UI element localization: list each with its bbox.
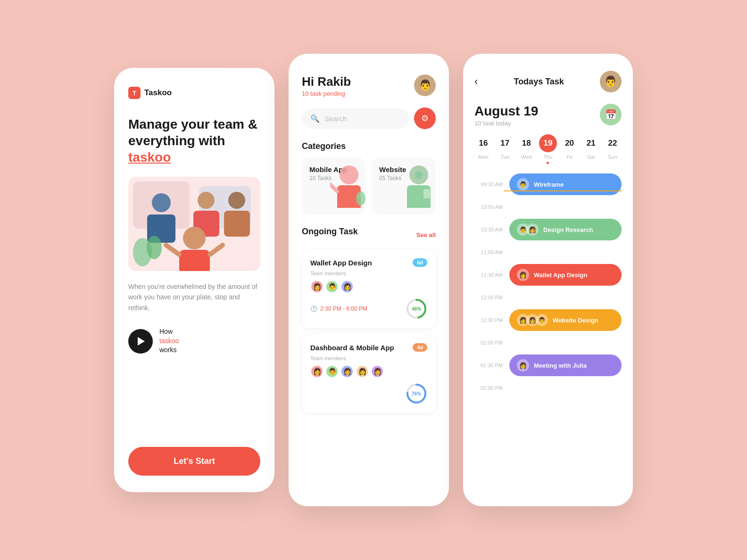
event-wallet[interactable]: 👩 Wallet App Design bbox=[509, 264, 622, 286]
timeslot-1030: 10:30 AM 👨 👩 Design Research bbox=[474, 219, 622, 240]
progress-label-2: 76% bbox=[406, 383, 427, 404]
categories-grid: Mobile App 10 Tasks Website 05 Tasks bbox=[302, 158, 436, 214]
svg-rect-12 bbox=[179, 250, 210, 271]
cal-day-label-21: Sat bbox=[587, 154, 595, 160]
screen2-dashboard: Hi Rakib 10 task pending 👨 🔍 Search ⚙ Ca… bbox=[289, 54, 449, 506]
time-1000: 10:00 AM bbox=[474, 204, 503, 210]
team-label-2: Team members bbox=[310, 355, 427, 361]
date-section: August 19 10 task today 📅 bbox=[474, 104, 622, 127]
task-card-wallet[interactable]: Wallet App Design 6d Team members 👩 👨 👩 … bbox=[302, 250, 436, 328]
cal-day-label-17: Tue bbox=[500, 154, 509, 160]
cal-day-num-21: 21 bbox=[582, 134, 600, 152]
calendar-strip: 16 Mon 17 Tue 18 Wed 19 Thu 20 Fri 21 bbox=[474, 134, 622, 164]
svg-point-15 bbox=[340, 165, 358, 184]
member-avatar: 👩 bbox=[371, 365, 384, 378]
screen1-landing: T Taskoo Manage your team & everything w… bbox=[114, 68, 274, 492]
svg-rect-22 bbox=[423, 189, 430, 198]
timeslot-1330: 01:30 PM 👩 Meeting with Julia bbox=[474, 354, 622, 376]
task-badge-2: 4d bbox=[413, 343, 427, 352]
cal-day-22[interactable]: 22 Sun bbox=[604, 134, 622, 164]
play-button[interactable] bbox=[128, 329, 153, 354]
time-1200: 12:00 PM bbox=[474, 295, 503, 300]
member-avatar: 👨 bbox=[325, 280, 339, 293]
search-placeholder: Search bbox=[324, 115, 347, 123]
cal-day-16[interactable]: 16 Mon bbox=[474, 134, 492, 164]
cal-day-num-19: 19 bbox=[539, 134, 557, 152]
event-meeting-julia[interactable]: 👩 Meeting with Julia bbox=[509, 354, 622, 376]
cal-day-21[interactable]: 21 Sat bbox=[582, 134, 600, 164]
greeting-pending: 10 task pending bbox=[302, 90, 351, 97]
category-card-website[interactable]: Website 05 Tasks bbox=[372, 158, 436, 214]
tasks-today: 10 task today bbox=[474, 120, 538, 127]
cal-day-20[interactable]: 20 Fri bbox=[561, 134, 579, 164]
progress-line bbox=[504, 190, 622, 191]
cal-day-num-17: 17 bbox=[496, 134, 514, 152]
event-avatars-wd: 👩 👩 👨 bbox=[517, 314, 548, 326]
member-avatar: 👩 bbox=[340, 365, 354, 378]
user-avatar[interactable]: 👨 bbox=[414, 74, 436, 96]
task-card-dashboard[interactable]: Dashboard & Mobile App 4d Team members 👩… bbox=[302, 335, 436, 413]
task-name-2: Dashboard & Mobile App bbox=[310, 344, 394, 352]
event-website-design[interactable]: 👩 👩 👨 Website Design bbox=[509, 309, 622, 331]
member-avatar: 👩 bbox=[310, 280, 324, 293]
time-1300: 01:00 PM bbox=[474, 340, 503, 346]
greeting-area: Hi Rakib 10 task pending bbox=[302, 74, 351, 97]
task-header-1: Wallet App Design 6d bbox=[310, 258, 427, 267]
back-button[interactable]: ‹ bbox=[474, 75, 478, 88]
cat-website-illus bbox=[400, 161, 436, 214]
time-1100: 11:00 AM bbox=[474, 249, 503, 255]
event-avatar-wallet: 👩 bbox=[517, 269, 529, 281]
event-name-wireframe: Wireframe bbox=[534, 181, 564, 188]
svg-rect-8 bbox=[224, 211, 250, 237]
task-badge-1: 6d bbox=[413, 258, 427, 267]
timeslot-1300: 01:00 PM bbox=[474, 333, 622, 353]
search-bar[interactable]: 🔍 Search bbox=[302, 108, 409, 129]
time-1030: 10:30 AM bbox=[474, 227, 503, 232]
logo-area: T Taskoo bbox=[128, 87, 260, 99]
cal-day-num-20: 20 bbox=[561, 134, 579, 152]
time-1400: 02:00 PM bbox=[474, 385, 503, 391]
description-text: When you're overwhelmed by the amount of… bbox=[128, 281, 260, 313]
svg-point-18 bbox=[356, 191, 365, 206]
video-label: How taskoo works bbox=[159, 327, 179, 355]
cal-day-label-20: Fri bbox=[566, 154, 573, 160]
categories-title: Categories bbox=[302, 141, 436, 151]
member-avatar: 👩 bbox=[356, 365, 369, 378]
member-avatar: 👨 bbox=[325, 365, 339, 378]
calendar-icon-button[interactable]: 📅 bbox=[600, 104, 622, 125]
time-1130: 11:30 AM bbox=[474, 272, 503, 278]
illustration bbox=[128, 177, 260, 271]
cal-day-num-18: 18 bbox=[517, 134, 535, 152]
search-row: 🔍 Search ⚙ bbox=[302, 107, 436, 129]
lets-start-button[interactable]: Let's Start bbox=[128, 447, 260, 476]
cal-day-18[interactable]: 18 Wed bbox=[517, 134, 535, 164]
svg-point-11 bbox=[183, 227, 206, 249]
ongoing-title: Ongoing Task bbox=[302, 227, 358, 237]
event-wireframe[interactable]: 👨 Wireframe bbox=[509, 173, 622, 195]
logo-icon: T bbox=[128, 87, 141, 99]
screens-container: T Taskoo Manage your team & everything w… bbox=[114, 54, 633, 506]
search-icon: 🔍 bbox=[310, 114, 320, 123]
timeslot-1400: 02:00 PM bbox=[474, 378, 622, 398]
see-all-link[interactable]: See all bbox=[416, 231, 436, 239]
svg-point-7 bbox=[228, 192, 245, 209]
event-name-wallet: Wallet App Design bbox=[534, 272, 587, 279]
event-design-research[interactable]: 👨 👩 Design Research bbox=[509, 219, 622, 240]
filter-button[interactable]: ⚙ bbox=[414, 107, 436, 129]
cal-day-label-22: Sun bbox=[608, 154, 617, 160]
user-avatar-s3[interactable]: 👨 bbox=[600, 71, 622, 92]
ongoing-header: Ongoing Task See all bbox=[302, 227, 436, 243]
cal-day-19[interactable]: 19 Thu bbox=[539, 134, 557, 164]
member-avatar: 👩 bbox=[310, 365, 324, 378]
event-avatar-julia: 👩 bbox=[517, 359, 529, 371]
svg-point-3 bbox=[152, 193, 171, 212]
cal-day-17[interactable]: 17 Tue bbox=[496, 134, 514, 164]
cat-mobile-illus bbox=[330, 161, 366, 214]
event-avatars-dr: 👨 👩 bbox=[517, 223, 539, 236]
svg-point-5 bbox=[198, 192, 215, 209]
time-1330: 01:30 PM bbox=[474, 362, 503, 368]
category-card-mobile[interactable]: Mobile App 10 Tasks bbox=[302, 158, 366, 214]
task-time-1: 🕐 2:30 PM - 6:00 PM bbox=[310, 305, 367, 312]
headline: Manage your team & everything with tasko… bbox=[128, 116, 260, 165]
svg-point-21 bbox=[415, 171, 423, 179]
